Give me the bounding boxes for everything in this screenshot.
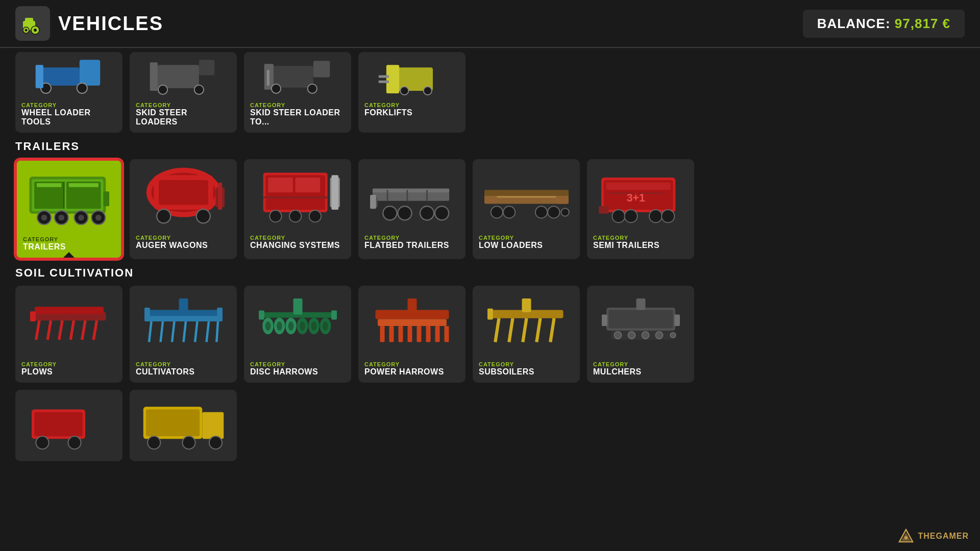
svg-point-126 [300,321,305,331]
category-text: CATEGORY [593,235,688,241]
category-card-semi-trailers[interactable]: 3+1 CATEGORY SEMI TRAILERS [587,159,694,259]
category-card-trailers[interactable]: CATEGORY TRAILERS [15,159,122,259]
category-name: CHANGING SYSTEMS [250,241,345,250]
svg-rect-21 [266,70,269,85]
category-name: CULTIVATORS [136,367,231,377]
svg-point-78 [491,206,502,218]
category-card-disc-harrows[interactable]: CATEGORY DISC HARROWS [244,286,351,383]
thegamer-label: THEGAMER [918,532,969,541]
flatbed-trailers-img [364,163,460,227]
selected-indicator [63,252,75,258]
category-text: CATEGORY [364,102,459,108]
skid-steer-loaders-img [135,55,232,96]
category-name: MULCHERS [593,367,688,377]
svg-point-20 [307,84,316,93]
main-content: CATEGORY WHEEL LOADER TOOLS CATEGORY SKI… [0,52,980,461]
cultivators-img [135,289,232,354]
category-card-power-harrows[interactable]: CATEGORY POWER HARROWS [358,286,465,383]
svg-rect-129 [259,310,264,319]
svg-rect-25 [378,80,388,83]
card-label-forklifts: CATEGORY FORKLIFTS [358,98,465,123]
svg-point-36 [41,215,47,221]
balance-amount: 97,817 € [895,16,950,31]
category-text: CATEGORY [479,235,574,241]
category-card-bottom-1[interactable] [15,390,122,461]
category-name: PLOWS [21,367,116,377]
category-card-auger-wagons[interactable]: CATEGORY AUGER WAGONS [130,159,237,259]
bottom-machine-2-img [135,393,232,458]
svg-line-145 [509,318,512,342]
category-card-low-loaders[interactable]: CATEGORY LOW LOADERS [473,159,580,259]
card-image-trailers [17,161,121,232]
card-image-disc-harrows [244,286,351,357]
svg-rect-55 [295,178,320,192]
svg-rect-10 [35,65,43,88]
svg-point-82 [561,208,569,216]
svg-point-173 [904,536,908,539]
subsoilers-img [478,289,575,354]
svg-rect-132 [378,319,447,327]
svg-line-95 [36,320,39,340]
card-image-cultivators [130,286,237,357]
svg-rect-140 [435,326,439,342]
svg-point-71 [420,206,434,220]
svg-point-169 [182,436,195,449]
category-card-forklifts[interactable]: CATEGORY FORKLIFTS [358,52,465,133]
auger-wagons-img [135,163,232,227]
category-text: CATEGORY [593,361,688,367]
category-card-cultivators[interactable]: CATEGORY CULTIVATORS [130,286,237,383]
category-card-plows[interactable]: CATEGORY PLOWS [15,286,122,383]
svg-rect-136 [398,326,403,342]
category-card-bottom-2[interactable] [130,390,237,461]
svg-line-98 [70,320,74,340]
svg-point-70 [398,206,411,220]
svg-point-14 [158,85,167,94]
svg-point-157 [628,332,635,339]
category-text: CATEGORY [250,102,345,108]
svg-rect-85 [606,183,670,190]
balance-display: BALANCE: 97,817 € [803,10,965,38]
svg-point-48 [157,209,170,223]
category-card-flatbed-trailers[interactable]: CATEGORY FLATBED TRAILERS [358,159,465,259]
svg-point-170 [209,436,222,449]
svg-rect-47 [159,180,208,205]
svg-rect-143 [522,298,531,312]
svg-rect-104 [144,316,223,321]
soil-section-title: SOIL CULTIVATION [15,266,965,280]
category-card-skid-steer-loader-tools[interactable]: CATEGORY SKID STEER LOADER TO... [244,52,351,133]
category-card-subsoilers[interactable]: CATEGORY SUBSOILERS [473,286,580,383]
svg-point-69 [383,206,397,220]
trailers-grid: CATEGORY TRAILERS CATEGORY [15,159,965,259]
category-card-wheel-loader-tools[interactable]: CATEGORY WHEEL LOADER TOOLS [15,52,122,133]
svg-point-81 [548,206,559,218]
category-card-skid-steer-loaders[interactable]: CATEGORY SKID STEER LOADERS [130,52,237,133]
card-label-auger-wagons: CATEGORY AUGER WAGONS [130,231,237,256]
svg-rect-167 [202,412,224,439]
svg-point-124 [277,321,282,331]
svg-rect-102 [30,311,36,321]
category-text: CATEGORY [136,235,231,241]
svg-point-59 [270,210,281,222]
svg-point-123 [265,321,271,331]
svg-rect-113 [144,308,150,319]
svg-rect-43 [104,191,110,206]
svg-rect-17 [313,61,329,77]
svg-rect-151 [608,310,673,329]
category-name: SKID STEER LOADER TO... [250,108,345,127]
card-image-bottom-1 [15,390,122,461]
category-card-changing-systems[interactable]: CATEGORY CHANGING SYSTEMS [244,159,351,259]
svg-line-144 [495,318,499,342]
card-image-low-loaders [473,159,580,231]
svg-line-106 [160,321,163,342]
card-label-wheel-loader-tools: CATEGORY WHEEL LOADER TOOLS [15,98,122,133]
svg-point-26 [400,86,408,94]
svg-rect-114 [217,308,223,319]
category-card-mulchers[interactable]: CATEGORY MULCHERS [587,286,694,383]
card-label-semi-trailers: CATEGORY SEMI TRAILERS [587,231,694,256]
category-name: AUGER WAGONS [136,241,231,250]
category-text: CATEGORY [364,235,459,241]
svg-line-100 [93,320,96,340]
card-label-flatbed-trailers: CATEGORY FLATBED TRAILERS [358,231,465,256]
card-image-bottom-2 [130,390,237,461]
svg-rect-24 [378,75,388,78]
